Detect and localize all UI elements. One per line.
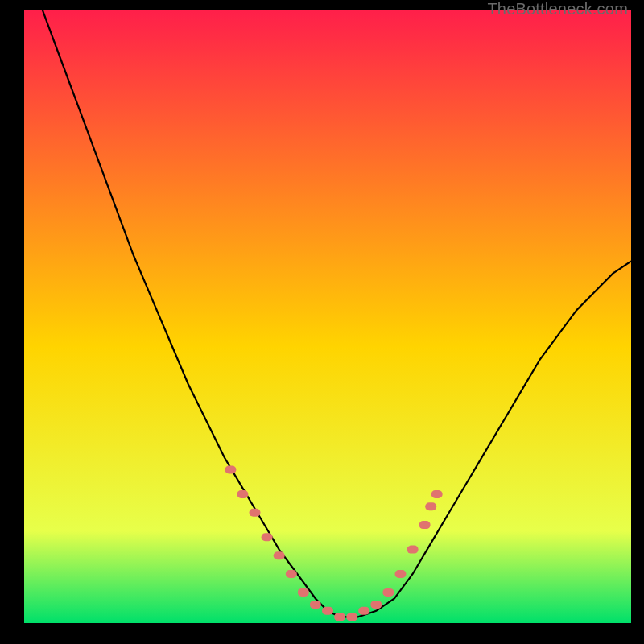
curve-marker [298,588,309,597]
curve-marker [431,490,443,498]
curve-marker [225,466,236,474]
curve-marker [358,607,369,615]
gradient-background [24,10,631,623]
chart-frame: TheBottleneck.com [0,0,644,644]
curve-marker [425,502,436,510]
curve-marker [419,521,431,529]
curve-marker [395,570,407,578]
curve-marker [310,601,321,609]
chart-svg [24,10,631,623]
curve-marker [370,601,382,609]
curve-marker [250,509,261,517]
watermark-text: TheBottleneck.com [487,0,628,19]
curve-marker [237,490,248,498]
plot-area [24,10,631,623]
curve-marker [322,607,333,615]
curve-marker [407,546,419,554]
curve-marker [274,551,285,559]
curve-marker [382,588,394,597]
curve-marker [286,570,297,578]
curve-marker [334,613,345,621]
curve-marker [346,613,357,621]
curve-marker [262,533,273,541]
